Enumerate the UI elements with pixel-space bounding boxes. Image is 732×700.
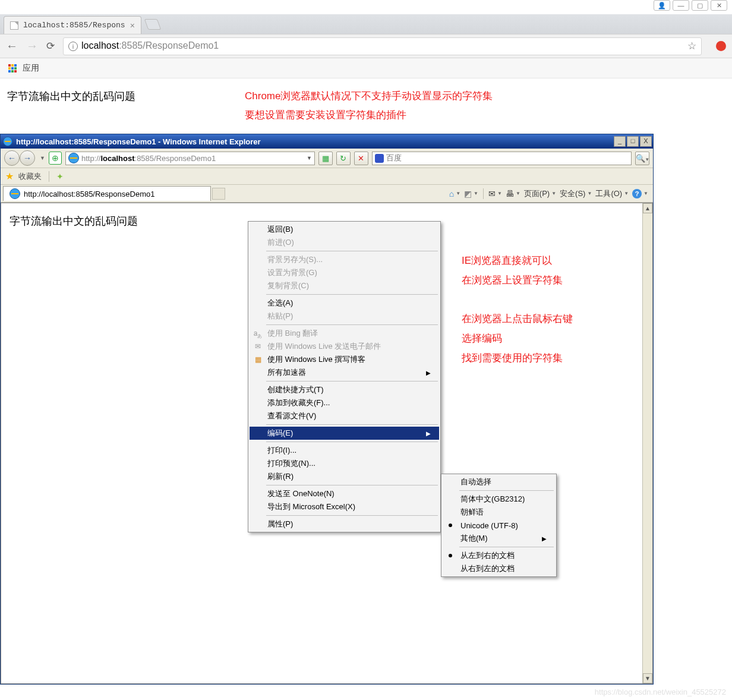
new-tab-button[interactable] xyxy=(144,19,162,30)
ie-title-text: http://localhost:8585/ResponseDemo1 - Wi… xyxy=(16,137,261,146)
ctx-sep xyxy=(266,442,438,442)
ie-page-tab[interactable]: http://localhost:8585/ResponseDemo1 xyxy=(3,186,211,201)
compat-view-icon[interactable]: ⊕ xyxy=(49,152,62,165)
enc-ltr[interactable]: 从左到右的文档 xyxy=(443,549,555,562)
vertical-scrollbar[interactable]: ▲ ▼ xyxy=(642,203,652,683)
history-dropdown-icon[interactable]: ▼ xyxy=(40,155,45,161)
ie-window: http://localhost:8585/ResponseDemo1 - Wi… xyxy=(0,134,654,685)
ie-minimize-button[interactable]: _ xyxy=(614,136,626,147)
ctx-forward: 前进(O) xyxy=(250,236,439,249)
ctx-wl-blog[interactable]: ▦使用 Windows Live 撰写博客 xyxy=(250,353,439,366)
cmd-sep xyxy=(483,188,484,199)
ie-newtab-button[interactable] xyxy=(212,188,225,200)
scroll-up-icon[interactable]: ▲ xyxy=(643,203,652,213)
ctx-print[interactable]: 打印(I)... xyxy=(250,444,439,457)
search-placeholder: 百度 xyxy=(386,153,402,163)
url-text: localhost:8585/ResponseDemo1 xyxy=(81,40,219,52)
page-icon xyxy=(10,21,18,30)
search-go-button[interactable]: 🔍▾ xyxy=(635,152,649,165)
enc-rtl[interactable]: 从右到左的文档 xyxy=(443,562,555,575)
enc-gb2312[interactable]: 简体中文(GB2312) xyxy=(443,493,555,506)
back-button[interactable]: ← xyxy=(6,39,18,53)
ie-back-forward: ← → xyxy=(4,150,35,166)
stop-button[interactable]: ✕ xyxy=(354,152,368,165)
user-icon[interactable]: 👤 xyxy=(654,0,670,11)
tools-menu[interactable]: 工具(O) xyxy=(595,188,622,199)
compat-toggle-button[interactable]: ▦ xyxy=(318,152,333,165)
ie-close-button[interactable]: X xyxy=(640,136,652,147)
ie-navbar: ← → ▼ ⊕ http://localhost:8585/ResponseDe… xyxy=(1,149,653,168)
enc-korean[interactable]: 朝鲜语 xyxy=(443,506,555,519)
apps-label[interactable]: 应用 xyxy=(23,63,39,74)
reload-button[interactable]: ⟳ xyxy=(46,40,55,52)
apps-icon[interactable] xyxy=(8,64,17,72)
baidu-icon xyxy=(375,154,384,163)
ie-annotation-1: IE浏览器直接就可以 xyxy=(462,254,552,267)
ctx-sep xyxy=(266,515,438,516)
ctx-create-shortcut[interactable]: 创建快捷方式(T) xyxy=(250,383,439,396)
encoding-submenu: 自动选择 简体中文(GB2312) 朝鲜语 Unicode (UTF-8) 其他… xyxy=(441,474,557,577)
ctx-sep xyxy=(266,485,438,485)
home-icon[interactable]: ⌂ xyxy=(449,189,454,198)
bookmark-star-icon[interactable]: ☆ xyxy=(687,40,696,52)
page-menu[interactable]: 页面(P) xyxy=(524,188,550,199)
ctx-back[interactable]: 返回(B) xyxy=(250,223,439,236)
ie-annotation-5: 找到需要使用的字符集 xyxy=(462,351,563,365)
enc-utf8[interactable]: Unicode (UTF-8) xyxy=(443,519,555,532)
ctx-sep xyxy=(266,294,438,295)
favorites-label[interactable]: 收藏夹 xyxy=(18,171,42,182)
safety-menu[interactable]: 安全(S) xyxy=(560,188,585,199)
add-favorite-icon[interactable]: ✦ xyxy=(56,172,64,181)
ctx-sep xyxy=(459,547,554,547)
enc-auto[interactable]: 自动选择 xyxy=(443,475,555,488)
ctx-copy-bg: 复制背景(C) xyxy=(250,279,439,292)
tab-title: localhost:8585/Respons xyxy=(23,21,125,30)
ie-annotation-4: 选择编码 xyxy=(462,332,502,345)
help-icon[interactable]: ? xyxy=(632,189,642,198)
ctx-refresh[interactable]: 刷新(R) xyxy=(250,470,439,483)
ie-back-button[interactable]: ← xyxy=(4,150,20,166)
mail-icon[interactable]: ✉ xyxy=(488,189,496,198)
refresh-button[interactable]: ↻ xyxy=(336,152,351,165)
ctx-send-onenote[interactable]: 发送至 OneNote(N) xyxy=(250,487,439,500)
close-button[interactable]: ✕ xyxy=(711,0,727,11)
ctx-accelerators[interactable]: 所有加速器▶ xyxy=(250,366,439,379)
annotation-line2: 要想设置需要安装设置字符集的插件 xyxy=(245,108,406,122)
blog-icon: ▦ xyxy=(253,355,263,364)
ie-annotation-3: 在浏览器上点击鼠标右键 xyxy=(462,312,573,326)
ie-url-text: http://localhost:8585/ResponseDemo1 xyxy=(81,154,216,163)
maximize-button[interactable]: ▢ xyxy=(692,0,708,11)
print-icon[interactable]: 🖶 xyxy=(506,189,514,198)
ctx-properties[interactable]: 属性(P) xyxy=(250,518,439,531)
chrome-tab[interactable]: localhost:8585/Respons × xyxy=(4,16,141,34)
site-info-icon[interactable]: i xyxy=(68,42,78,51)
ie-tab-label: http://localhost:8585/ResponseDemo1 xyxy=(24,190,154,198)
ie-forward-button[interactable]: → xyxy=(20,150,35,166)
ie-logo-icon xyxy=(3,137,12,146)
ie-tab-favicon xyxy=(10,188,20,199)
ie-address-bar[interactable]: http://localhost:8585/ResponseDemo1 ▼ xyxy=(65,152,315,165)
ie-search-box[interactable]: 百度 xyxy=(372,152,632,165)
forward-button[interactable]: → xyxy=(26,39,38,53)
feeds-icon[interactable]: ◩ xyxy=(464,189,472,198)
ctx-bing-translate: aあ使用 Bing 翻译 xyxy=(250,327,439,340)
submenu-arrow-icon: ▶ xyxy=(426,430,431,437)
watermark: https://blog.csdn.net/weixin_45525272 xyxy=(595,688,726,696)
scroll-down-icon[interactable]: ▼ xyxy=(643,673,652,683)
enc-other[interactable]: 其他(M)▶ xyxy=(443,532,555,545)
ctx-print-preview[interactable]: 打印预览(N)... xyxy=(250,457,439,470)
ctx-export-excel[interactable]: 导出到 Microsoft Excel(X) xyxy=(250,500,439,513)
ctx-set-bg: 设置为背景(G) xyxy=(250,266,439,279)
selected-bullet-icon xyxy=(449,524,452,527)
ctx-view-source[interactable]: 查看源文件(V) xyxy=(250,409,439,422)
url-dropdown-icon[interactable]: ▼ xyxy=(307,155,312,161)
tab-close-icon[interactable]: × xyxy=(130,21,135,30)
ctx-select-all[interactable]: 全选(A) xyxy=(250,297,439,310)
favorites-star-icon[interactable]: ★ xyxy=(5,171,14,182)
address-bar[interactable]: i localhost:8585/ResponseDemo1 ☆ xyxy=(63,37,702,55)
ctx-add-favorite[interactable]: 添加到收藏夹(F)... xyxy=(250,396,439,409)
extension-icon[interactable] xyxy=(716,41,726,51)
minimize-button[interactable]: — xyxy=(673,0,689,11)
ctx-encoding[interactable]: 编码(E)▶ xyxy=(250,427,439,440)
ie-maximize-button[interactable]: □ xyxy=(627,136,639,147)
